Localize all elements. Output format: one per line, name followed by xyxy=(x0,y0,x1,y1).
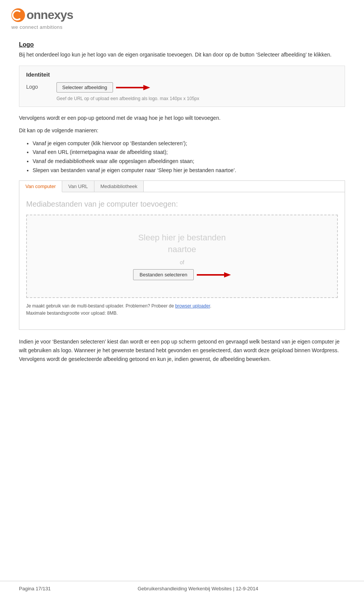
svg-marker-3 xyxy=(143,85,150,90)
svg-text:onnexys: onnexys xyxy=(27,8,73,22)
identiteit-controls: Selecteer afbeelding Geef de URL op of u… xyxy=(56,82,199,101)
selecteer-afbeelding-button[interactable]: Selecteer afbeelding xyxy=(56,82,113,93)
section-logo-desc: Bij het onderdeel logo kun je het logo v… xyxy=(19,50,345,59)
list-item: Slepen van bestanden vanaf je eigen comp… xyxy=(33,166,345,175)
body-text-1: Vervolgens wordt er een pop-up getoond m… xyxy=(19,114,345,122)
footer: Pagina 17/131 Gebruikershandleiding Werk… xyxy=(0,581,364,596)
body-text-2: Dit kan op de volgende manieren: xyxy=(19,126,345,135)
identiteit-box: Identiteit Logo Selecteer afbeelding Gee… xyxy=(19,66,345,107)
header: onnexys we connect ambitions xyxy=(0,0,364,34)
url-hint: Geef de URL op of upload een afbeelding … xyxy=(56,96,199,101)
section-logo-title: Logo xyxy=(19,41,345,48)
list-item: Vanaf je eigen computer (klik hiervoor o… xyxy=(33,139,345,148)
tab-mediabibliotheek[interactable]: Mediabibliotheek xyxy=(94,181,144,192)
bullet-list: Vanaf je eigen computer (klik hiervoor o… xyxy=(19,139,345,175)
svg-marker-5 xyxy=(224,272,231,278)
main-content: Logo Bij het onderdeel logo kun je het l… xyxy=(0,34,364,386)
drop-zone-text: Sleep hier je bestandennaartoe xyxy=(138,232,226,256)
tab-van-url[interactable]: Van URL xyxy=(62,181,94,192)
browser-uploader-link[interactable]: browser uploader xyxy=(175,303,210,309)
identiteit-title: Identiteit xyxy=(26,71,338,78)
logo-wordmark: onnexys xyxy=(11,7,353,24)
bestanden-selecteren-button[interactable]: Bestanden selecteren xyxy=(133,269,194,280)
logo-area: onnexys we connect ambitions xyxy=(11,7,353,30)
identiteit-row: Logo Selecteer afbeelding Geef de URL op… xyxy=(26,82,338,101)
footer-title: Gebruikershandleiding Werkenbij Websites… xyxy=(138,586,258,591)
logo-field-label: Logo xyxy=(26,82,45,90)
closing-text: Indien je voor ‘Bestanden selecteren’ ki… xyxy=(19,337,345,364)
selecteer-row: Selecteer afbeelding xyxy=(56,82,199,93)
red-arrow-2-icon xyxy=(197,271,231,279)
tab-content: Mediabestanden van je computer toevoegen… xyxy=(19,192,345,329)
tab-van-computer[interactable]: Van computer xyxy=(19,181,62,192)
uploader-note-suffix: . xyxy=(210,303,211,309)
drop-zone[interactable]: Sleep hier je bestandennaartoe of Bestan… xyxy=(26,215,338,298)
footer-page-number: Pagina 17/131 xyxy=(19,586,51,591)
tabs-container: Van computer Van URL Mediabibliotheek Me… xyxy=(19,180,345,330)
list-item: Vanaf de mediabibliotheek waar alle opge… xyxy=(33,157,345,166)
logo-tagline: we connect ambitions xyxy=(11,24,353,30)
drop-zone-or: of xyxy=(180,259,184,265)
tabs-bar: Van computer Van URL Mediabibliotheek xyxy=(19,181,345,192)
list-item: Vanaf een URL (internetpagina waar de af… xyxy=(33,148,345,157)
uploader-note: Je maakt gebruik van de multi-bestand up… xyxy=(26,303,338,309)
tab-content-heading: Mediabestanden van je computer toevoegen… xyxy=(26,200,338,209)
uploader-note-prefix: Je maakt gebruik van de multi-bestand up… xyxy=(26,303,175,309)
red-arrow-icon xyxy=(116,83,150,92)
max-size-note: Maximale bestandsgrootte voor upload: 8M… xyxy=(26,311,338,316)
logo-svg: onnexys xyxy=(11,7,95,24)
bestanden-row: Bestanden selecteren xyxy=(133,269,231,280)
